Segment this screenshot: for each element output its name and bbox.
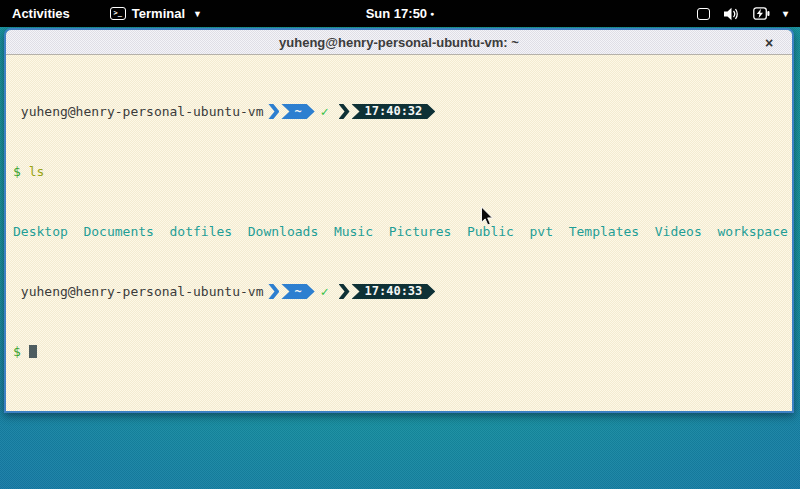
chevron-down-icon: ▾ [783,8,788,19]
prompt-symbol: $ [13,344,21,359]
terminal-content[interactable]: yuheng@henry-personal-ubuntu-vm ~ ✓ 17:4… [6,55,792,413]
powerline-arrow-icon [268,284,279,299]
desktop: Activities >_ Terminal ▼ Sun 17:50● ▾ [0,0,800,489]
window-title: yuheng@henry-personal-ubuntu-vm: ~ [279,35,519,50]
command-text: ls [29,164,45,179]
input-line[interactable]: $ [13,344,792,359]
check-icon: ✓ [321,104,329,119]
clock-label[interactable]: Sun 17:50 [366,6,427,21]
prompt-line: yuheng@henry-personal-ubuntu-vm ~ ✓ 17:4… [13,284,792,299]
directory-name: workspace [717,224,787,239]
app-menu-terminal[interactable]: >_ Terminal ▼ [110,0,202,27]
prompt-user: yuheng@henry-personal-ubuntu-vm [13,104,263,119]
prompt-path-segment: ~ [281,284,314,299]
directory-name: Documents [83,224,153,239]
directory-name: Music [334,224,373,239]
directory-name: Pictures [389,224,452,239]
powerline-arrow-icon [339,284,350,299]
volume-icon [723,7,740,21]
directory-name: pvt [530,224,553,239]
app-menu-label: Terminal [132,6,185,21]
battery-charging-icon [753,7,770,20]
text-cursor [29,345,37,358]
prompt-symbol: $ [13,164,21,179]
command-line: $ls [13,164,792,179]
activities-button[interactable]: Activities [0,0,82,27]
directory-name: Downloads [248,224,318,239]
directory-name: dotfiles [170,224,233,239]
close-button[interactable]: × [760,34,778,52]
directory-name: Templates [569,224,639,239]
prompt-path-segment: ~ [281,104,314,119]
directory-listing: DesktopDocumentsdotfilesDownloadsMusicPi… [13,224,792,239]
prompt-line: yuheng@henry-personal-ubuntu-vm ~ ✓ 17:4… [13,104,792,119]
powerline-arrow-icon [268,104,279,119]
prompt-time-segment: 17:40:33 [352,284,436,299]
mouse-cursor-icon [480,206,494,227]
terminal-window: yuheng@henry-personal-ubuntu-vm: ~ × yuh… [4,28,794,413]
directory-name: Videos [655,224,702,239]
terminal-icon: >_ [110,7,126,20]
titlebar[interactable]: yuheng@henry-personal-ubuntu-vm: ~ × [6,30,792,55]
powerline-arrow-icon [339,104,350,119]
chevron-down-icon: ▼ [193,9,202,19]
prompt-time-segment: 17:40:32 [352,104,436,119]
top-bar: Activities >_ Terminal ▼ Sun 17:50● ▾ [0,0,800,27]
display-icon [697,8,710,20]
notification-dot-icon: ● [430,10,434,17]
directory-name: Desktop [13,224,68,239]
check-icon: ✓ [321,284,329,299]
prompt-user: yuheng@henry-personal-ubuntu-vm [13,284,263,299]
system-status-area[interactable]: ▾ [697,0,800,27]
